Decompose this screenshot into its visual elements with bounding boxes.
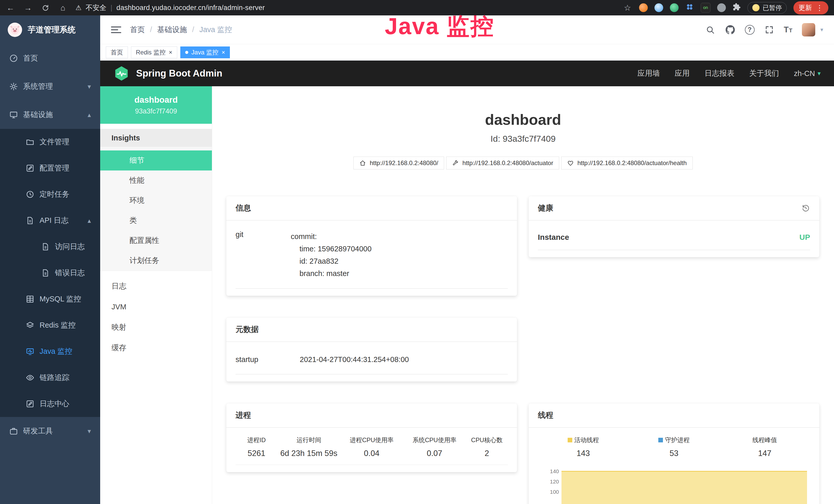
sidebar-item-dev-tools[interactable]: 研发工具 ▾ (0, 417, 100, 445)
legend-label: 守护进程 (665, 436, 690, 444)
search-icon[interactable] (705, 24, 716, 35)
sba-nav-journal[interactable]: 日志报表 (705, 68, 734, 78)
back-icon[interactable]: ← (6, 4, 16, 12)
fullscreen-icon[interactable] (764, 24, 775, 35)
font-size-icon[interactable]: TT (784, 25, 793, 35)
sidebar-item-tracing[interactable]: 链路追踪 (0, 365, 100, 391)
extension-icon-2[interactable] (655, 3, 663, 12)
sba-menu-environment[interactable]: 环境 (100, 190, 212, 210)
bookmark-star-icon[interactable]: ☆ (622, 4, 632, 12)
sba-menu-mappings[interactable]: 映射 (100, 317, 212, 338)
service-url-link[interactable]: http://192.168.0.2:48080/ (353, 157, 444, 169)
tab-home[interactable]: 首页 (106, 46, 128, 58)
extension-icon-5[interactable] (717, 3, 726, 12)
tab-label: Redis 监控 (136, 48, 166, 56)
url-text[interactable]: dashboard.yudao.iocoder.cn/infra/admin-s… (116, 4, 265, 12)
insights-group-label[interactable]: Insights (100, 129, 212, 147)
metadata-key: startup (236, 356, 300, 364)
sba-menu-classes[interactable]: 类 (100, 210, 212, 231)
update-label: 更新 (798, 3, 812, 12)
address-bar[interactable]: ⚠ 不安全 | dashboard.yudao.iocoder.cn/infra… (75, 3, 265, 12)
infrastructure-submenu: 文件管理 配置管理 定时任务 API 日志 ▴ 访问日志 (0, 129, 100, 417)
tab-java-monitor[interactable]: Java 监控 × (180, 46, 230, 58)
paused-extension-chip[interactable]: 已暂停 (747, 2, 787, 14)
sba-menu-caches[interactable]: 缓存 (100, 338, 212, 358)
breadcrumb-home[interactable]: 首页 (130, 25, 145, 35)
heart-icon (567, 160, 574, 166)
legend-swatch-daemon-threads (658, 438, 663, 442)
sba-brand-title[interactable]: Spring Boot Admin (136, 68, 222, 79)
close-icon[interactable]: × (169, 49, 172, 55)
sidebar-item-label: 文件管理 (40, 137, 69, 147)
info-card-title: 信息 (236, 203, 251, 213)
process-table: 进程ID 5261 运行时间 6d 23h 15m 59s 进程CPU使用率 0… (236, 430, 508, 465)
sidebar-item-label: 错误日志 (55, 268, 85, 278)
legend-swatch-active-threads (568, 438, 572, 442)
sidebar-item-home[interactable]: 首页 (0, 44, 100, 72)
process-col-header: 进程ID (236, 436, 278, 444)
breadcrumb-infrastructure[interactable]: 基础设施 (157, 25, 187, 35)
hamburger-icon[interactable] (111, 26, 121, 33)
screenshot-root: ← → ⌂ ⚠ 不安全 | dashboard.yudao.iocoder.cn… (0, 0, 834, 504)
sidebar-item-mysql-monitor[interactable]: MySQL 监控 (0, 286, 100, 312)
forward-icon[interactable]: → (23, 4, 33, 12)
wrench-icon (452, 160, 459, 166)
extension-icon-3[interactable] (670, 3, 679, 12)
sba-menu-jvm[interactable]: JVM (100, 297, 212, 317)
legend-label: 线程峰值 (752, 436, 777, 444)
sidebar-item-infrastructure[interactable]: 基础设施 ▴ (0, 101, 100, 129)
sba-menu-config-props[interactable]: 配置属性 (100, 231, 212, 251)
sba-menu-details[interactable]: 细节 (100, 151, 212, 170)
extension-icon-4[interactable] (685, 3, 694, 13)
actuator-url-link[interactable]: http://192.168.0.2:48080/actuator (446, 157, 559, 169)
sba-nav-applications[interactable]: 应用 (675, 68, 690, 78)
browser-menu-icon[interactable]: ⋮ (816, 4, 823, 12)
spring-boot-admin-logo[interactable] (113, 66, 129, 82)
extensions-menu-icon[interactable] (732, 3, 741, 13)
help-icon[interactable]: ? (745, 25, 755, 35)
process-card: 进程 进程ID 5261 运行时间 6d 23h 15m 59s 进程CPU使用… (226, 403, 517, 472)
sba-menu-scheduled-tasks[interactable]: 计划任务 (100, 251, 212, 271)
sba-nav-about[interactable]: 关于我们 (749, 68, 779, 78)
app-logo[interactable]: 芋道管理系统 (0, 16, 100, 44)
sidebar-item-log-center[interactable]: 日志中心 (0, 391, 100, 417)
sba-menu-performance[interactable]: 性能 (100, 170, 212, 190)
instance-heading: dashboard Id: 93a3fc7f7409 (212, 86, 834, 144)
insights-group: Insights 细节 性能 环境 类 配置属性 计划任务 (100, 129, 212, 271)
history-icon[interactable] (802, 204, 810, 212)
sidebar-item-api-logs[interactable]: API 日志 ▴ (0, 207, 100, 234)
instance-header[interactable]: dashboard 93a3fc7f7409 (100, 86, 212, 124)
sidebar-item-scheduled-tasks[interactable]: 定时任务 (0, 181, 100, 207)
log-center-icon (26, 399, 35, 408)
update-button[interactable]: 更新 ⋮ (793, 1, 828, 15)
ytick: 140 (545, 466, 559, 477)
health-card-title: 健康 (538, 203, 553, 213)
ytick: 120 (545, 477, 559, 487)
extension-icon-1[interactable] (639, 3, 648, 12)
home-icon[interactable]: ⌂ (58, 4, 68, 12)
github-icon[interactable] (725, 24, 736, 35)
address-divider: | (110, 4, 112, 12)
sba-nav-wallboard[interactable]: 应用墙 (637, 68, 660, 78)
close-icon[interactable]: × (221, 49, 225, 55)
tab-redis-monitor[interactable]: Redis 监控 × (131, 46, 177, 58)
refresh-icon[interactable] (41, 4, 50, 12)
health-url-link[interactable]: http://192.168.0.2:48080/actuator/health (561, 157, 693, 169)
extension-on-badge[interactable]: on (701, 3, 710, 13)
sba-menu-logs[interactable]: 日志 (100, 276, 212, 297)
sidebar-item-system-management[interactable]: 系统管理 ▾ (0, 72, 100, 101)
sba-nav: 应用墙 应用 日志报表 关于我们 zh-CN ▾ (637, 68, 821, 78)
legend-label: 活动线程 (574, 436, 599, 444)
sidebar-item-access-logs[interactable]: 访问日志 (0, 234, 100, 260)
user-avatar[interactable] (802, 23, 815, 37)
sidebar-item-label: API 日志 (40, 215, 69, 226)
sidebar-item-java-monitor[interactable]: Java 监控 (0, 338, 100, 365)
sidebar-item-config-management[interactable]: 配置管理 (0, 155, 100, 181)
sidebar-item-redis-monitor[interactable]: Redis 监控 (0, 312, 100, 338)
sidebar-item-error-logs[interactable]: 错误日志 (0, 260, 100, 286)
cards-grid: 信息 git commit: time: 1596289704000 id: 2… (212, 169, 834, 504)
sidebar-item-file-management[interactable]: 文件管理 (0, 129, 100, 155)
process-card-title: 进程 (236, 410, 251, 420)
chevron-down-icon[interactable]: ▾ (820, 26, 823, 33)
sba-language-select[interactable]: zh-CN ▾ (794, 69, 821, 78)
